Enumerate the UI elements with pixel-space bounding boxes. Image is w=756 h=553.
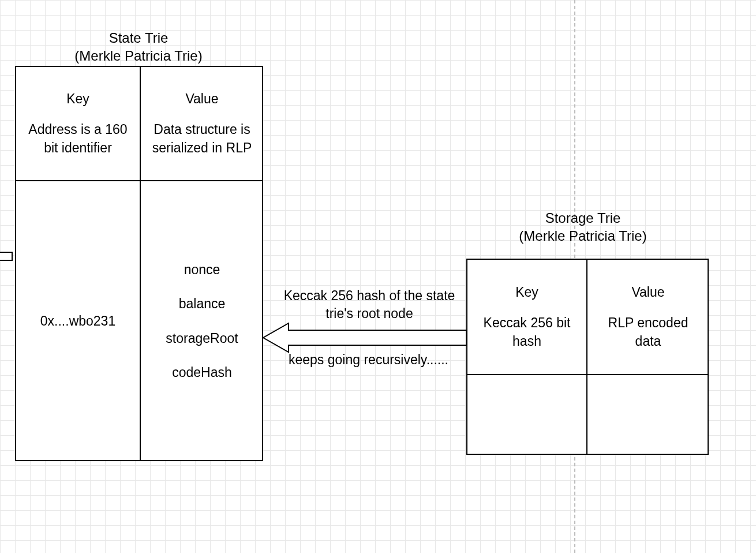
storage-trie-title-line2: (Merkle Patricia Trie) — [467, 227, 698, 245]
storage-trie-value-body-cell — [587, 375, 709, 455]
storage-trie-value-desc: RLP encoded data — [593, 314, 703, 350]
state-trie-title-line2: (Merkle Patricia Trie) — [35, 47, 242, 65]
state-trie-table: Key Address is a 160 bit identifier Valu… — [15, 66, 263, 461]
state-trie-value-body-cell: nonce balance storageRoot codeHash — [141, 181, 263, 461]
state-trie-value-field-list: nonce balance storageRoot codeHash — [166, 261, 238, 381]
state-trie-key-desc: Address is a 160 bit identifier — [22, 121, 134, 156]
state-trie-field-codeHash: codeHash — [172, 364, 232, 382]
storage-trie-key-header-cell: Key Keccak 256 bit hash — [467, 260, 586, 374]
state-trie-key-label: Key — [66, 90, 89, 108]
state-trie-value-header-cell: Value Data structure is serialized in RL… — [141, 67, 263, 180]
state-trie-title-line1: State Trie — [35, 29, 242, 47]
diagram-stage: State Trie (Merkle Patricia Trie) Key Ad… — [0, 0, 756, 553]
storage-trie-title-line1: Storage Trie — [467, 209, 698, 227]
state-trie-key-body-cell: 0x....wbo231 — [16, 181, 140, 461]
storage-trie-value-header-cell: Value RLP encoded data — [587, 260, 709, 374]
storage-trie-title: Storage Trie (Merkle Patricia Trie) — [467, 209, 698, 245]
state-trie-key-example: 0x....wbo231 — [40, 312, 115, 330]
storage-trie-key-body-cell — [467, 375, 586, 455]
storage-trie-key-desc: Keccak 256 bit hash — [473, 314, 581, 350]
arrow-storage-to-state — [263, 323, 466, 352]
storage-trie-value-label: Value — [631, 283, 664, 301]
state-trie-field-nonce: nonce — [184, 261, 220, 279]
state-trie-field-storageRoot: storageRoot — [166, 330, 238, 348]
state-trie-value-label: Value — [185, 90, 218, 108]
storage-trie-key-label: Key — [515, 283, 538, 301]
state-trie-key-header-cell: Key Address is a 160 bit identifier — [16, 67, 140, 180]
storage-trie-table: Key Keccak 256 bit hash Value RLP encode… — [466, 259, 709, 455]
arrow-label-bottom: keeps going recursively...... — [289, 351, 467, 369]
state-trie-title: State Trie (Merkle Patricia Trie) — [35, 29, 242, 65]
state-trie-value-desc: Data structure is serialized in RLP — [147, 121, 257, 156]
arrow-label-top: Keccak 256 hash of the state trie's root… — [283, 287, 456, 323]
state-trie-field-balance: balance — [179, 295, 226, 313]
